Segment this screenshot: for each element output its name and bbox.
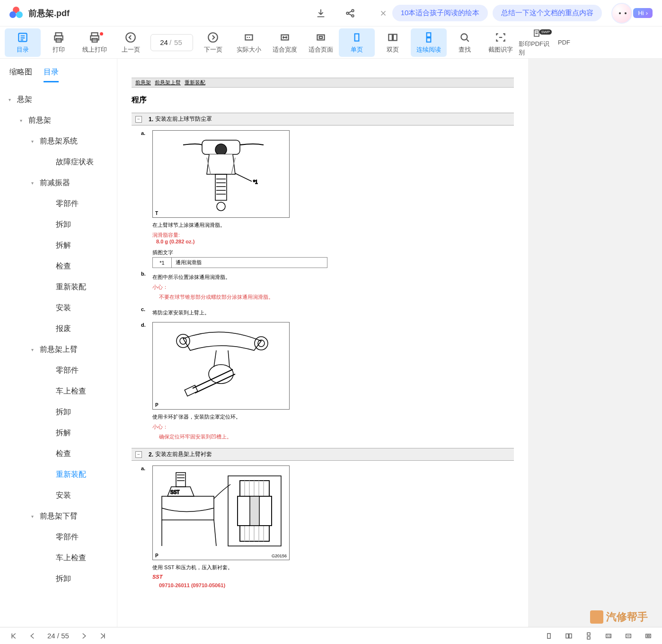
step-a-label: a. <box>141 130 152 268</box>
section-2-header[interactable]: − 2.安装左前悬架上臂衬套 <box>132 448 514 461</box>
prev-page-button[interactable]: 上一页 <box>113 28 149 57</box>
toc-item[interactable]: 故障症状表 <box>0 152 117 172</box>
toc-item[interactable]: ▾悬架 <box>0 89 117 110</box>
toc-item[interactable]: 检查 <box>0 256 117 277</box>
toc-item[interactable]: 报废 <box>0 318 117 339</box>
actual-size-button[interactable]: 实际大小 <box>231 28 267 57</box>
svg-rect-18 <box>427 33 431 37</box>
tab-thumbnails[interactable]: 缩略图 <box>9 63 32 82</box>
first-page-icon[interactable] <box>9 632 18 640</box>
last-page-icon[interactable] <box>98 632 107 640</box>
svg-rect-50 <box>646 634 651 638</box>
view-double-icon[interactable] <box>565 632 573 640</box>
zoom-actual-icon[interactable]: 1:1 <box>604 632 613 640</box>
step-b-label: b. <box>141 271 152 304</box>
breadcrumb: 前悬架前悬架上臂重新装配 <box>132 78 514 88</box>
double-page-button[interactable]: 双页 <box>375 28 411 57</box>
toc-button[interactable]: 目录 <box>5 28 41 57</box>
tab-toc[interactable]: 目录 <box>44 63 59 82</box>
collapse-icon[interactable]: − <box>135 451 142 458</box>
diagram-bushing-press: SST P G20156 <box>152 465 290 560</box>
ai-suggestion-2[interactable]: 总结一下这个文档的重点内容 <box>493 5 602 21</box>
svg-text:1:1: 1:1 <box>607 635 610 637</box>
svg-point-23 <box>215 144 227 155</box>
svg-text:*1: *1 <box>253 179 258 185</box>
toc-item[interactable]: 检查 <box>0 443 117 464</box>
svg-point-29 <box>255 337 268 350</box>
toc-item[interactable]: ▾前悬架 <box>0 110 117 131</box>
svg-text:SST: SST <box>170 490 179 495</box>
pdf-ocr-button[interactable]: SWP影印PDF识别 <box>519 28 555 57</box>
toc-item[interactable]: ▾前悬架下臂 <box>0 506 117 527</box>
zoom-fit-page-icon[interactable] <box>644 632 653 640</box>
svg-rect-15 <box>355 34 359 41</box>
svg-rect-34 <box>162 496 214 520</box>
view-continuous-icon[interactable] <box>584 632 593 640</box>
svg-point-25 <box>217 202 225 211</box>
svg-rect-14 <box>317 35 324 40</box>
zoom-fit-width-icon[interactable] <box>624 632 633 640</box>
fit-page-button[interactable]: 适合页面 <box>303 28 339 57</box>
toc-item[interactable]: 拆卸 <box>0 214 117 235</box>
toc-item[interactable]: ▾前悬架系统 <box>0 131 117 152</box>
screenshot-ocr-button[interactable]: 截图识字 <box>483 28 519 57</box>
svg-rect-19 <box>427 38 431 42</box>
single-page-button[interactable]: 单页 <box>339 28 375 57</box>
svg-rect-16 <box>388 34 392 40</box>
find-button[interactable]: 查找 <box>447 28 483 57</box>
share-icon[interactable] <box>345 8 355 18</box>
svg-rect-17 <box>393 34 397 40</box>
svg-rect-43 <box>566 634 568 638</box>
toc-item[interactable]: 车上检查 <box>0 381 117 402</box>
toc-item[interactable]: 拆解 <box>0 422 117 443</box>
svg-point-27 <box>177 334 190 348</box>
toc-item[interactable]: 安装 <box>0 297 117 318</box>
close-suggestions-icon[interactable] <box>379 9 388 18</box>
toc-item[interactable]: 重新装配 <box>0 277 117 297</box>
svg-point-10 <box>126 33 135 42</box>
toc-item[interactable]: 车上检查 <box>0 547 117 568</box>
pdf-more-button[interactable]: PDF <box>555 28 574 57</box>
toc-item[interactable]: ▾前悬架上臂 <box>0 339 117 360</box>
svg-point-20 <box>461 34 467 40</box>
toc-item[interactable]: 安装 <box>0 485 117 506</box>
view-single-icon[interactable] <box>545 632 553 640</box>
section-1-header[interactable]: − 1.安装左前上球节防尘罩 <box>132 113 514 125</box>
toc-item[interactable]: 拆卸 <box>0 402 117 422</box>
prev-page-icon[interactable] <box>28 632 37 640</box>
toc-tree: ▾悬架▾前悬架▾前悬架系统故障症状表▾前减振器零部件拆卸拆解检查重新装配安装报废… <box>0 82 117 596</box>
svg-rect-46 <box>587 636 590 639</box>
toc-item[interactable]: 拆解 <box>0 235 117 256</box>
collapse-icon[interactable]: − <box>135 116 142 123</box>
print-button[interactable]: 打印 <box>41 28 77 57</box>
ai-avatar-icon[interactable] <box>611 3 632 24</box>
status-page-indicator: 24 / 55 <box>47 632 69 640</box>
continuous-read-button[interactable]: 连续阅读 <box>411 28 447 57</box>
svg-rect-42 <box>547 633 550 638</box>
toc-item[interactable]: 拆卸 <box>0 568 117 589</box>
document-filename: 前悬架.pdf <box>28 8 70 19</box>
svg-rect-44 <box>569 634 572 638</box>
procedure-heading: 程序 <box>132 95 514 105</box>
svg-rect-41 <box>250 496 259 526</box>
step-c-label: c. <box>141 306 152 319</box>
app-logo <box>9 7 23 20</box>
ai-suggestion-1[interactable]: 10本适合孩子阅读的绘本 <box>392 5 488 21</box>
toc-item[interactable]: 零部件 <box>0 193 117 214</box>
hi-badge[interactable]: Hi› <box>633 8 653 18</box>
svg-point-11 <box>208 33 218 42</box>
next-page-button[interactable]: 下一页 <box>195 28 231 57</box>
toc-item[interactable]: 零部件 <box>0 360 117 381</box>
step-d-label: d. <box>141 322 152 443</box>
toc-item[interactable]: 重新装配 <box>0 464 117 485</box>
svg-rect-32 <box>185 385 198 396</box>
svg-rect-51 <box>647 635 650 636</box>
next-page-icon[interactable] <box>79 632 88 640</box>
toc-item[interactable]: 零部件 <box>0 527 117 547</box>
fit-width-button[interactable]: 适合宽度 <box>267 28 303 57</box>
diagram-upper-arm: P <box>152 322 290 410</box>
toc-item[interactable]: ▾前减振器 <box>0 172 117 193</box>
online-print-button[interactable]: 线上打印 <box>77 28 113 57</box>
page-number-input[interactable]: 24/55 <box>150 34 193 51</box>
download-icon[interactable] <box>316 8 326 18</box>
